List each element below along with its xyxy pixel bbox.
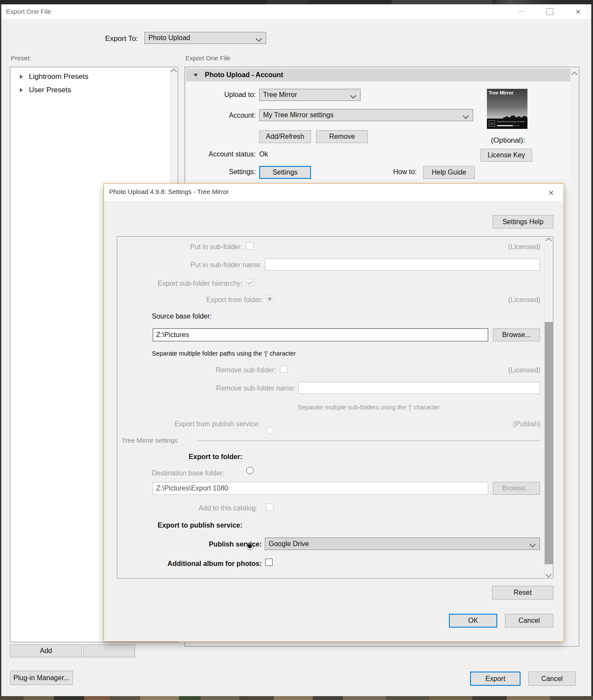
- lightroom-logo: Lr: [489, 120, 495, 127]
- upload-to-label: Upload to:: [202, 91, 256, 99]
- group-label-tree-mirror-settings: Tree Mirror settings: [122, 437, 177, 444]
- export-button[interactable]: Export: [470, 672, 521, 686]
- remove-button[interactable]: Remove: [316, 130, 368, 143]
- scroll-up-arrow[interactable]: [170, 68, 177, 75]
- export-to-folder-label: Export to folder:: [117, 453, 242, 461]
- export-from-folder-label: Export from folder:: [117, 296, 263, 304]
- settings-scroll-area: Put in sub-folder: (Licensed) Put in sub…: [117, 236, 553, 578]
- remove-subfolder-name-input[interactable]: [298, 382, 540, 394]
- add-to-catalog-checkbox[interactable]: [266, 503, 273, 511]
- expander-arrow-icon[interactable]: [20, 75, 23, 79]
- chevron-down-icon: [463, 113, 469, 119]
- maximize-button[interactable]: [540, 4, 559, 19]
- preset-item-label: User Presets: [29, 86, 71, 94]
- preset-item-user-presets[interactable]: User Presets: [10, 83, 178, 97]
- additional-album-label: Additional album for photos:: [117, 560, 262, 568]
- source-base-folder-input[interactable]: [153, 328, 488, 341]
- remove-subfolder-label: Remove sub-folder:: [117, 366, 276, 374]
- preset-item-lightroom-presets[interactable]: Lightroom Presets: [10, 70, 178, 83]
- upload-to-dropdown[interactable]: Tree Mirror: [259, 89, 361, 101]
- account-dropdown[interactable]: My Tree Mirror settings: [259, 109, 473, 121]
- export-to-value: Photo Upload: [148, 34, 190, 42]
- publish-service-value: Google Drive: [269, 540, 309, 548]
- thumbnail-caption: Exporting 44 photos to mirror: [497, 120, 526, 123]
- remove-preset-button-partial[interactable]: [83, 644, 135, 657]
- settings-label: Settings:: [202, 168, 256, 176]
- scroll-up-arrow[interactable]: [571, 71, 578, 78]
- licensed-tag: (Licensed): [454, 296, 540, 304]
- dialog-close-button[interactable]: ×: [545, 187, 558, 198]
- plugin-settings-dialog: Photo Upload 4.9.8: Settings - Tree Mirr…: [104, 183, 564, 642]
- window-title: Export One File: [6, 8, 51, 15]
- destination-base-folder-input[interactable]: [153, 482, 488, 495]
- put-in-subfolder-name-label: Put in sub-folder name:: [117, 261, 262, 269]
- add-preset-button[interactable]: Add: [10, 644, 82, 657]
- put-in-subfolder-name-input[interactable]: [265, 259, 540, 271]
- add-to-catalog-label: Add to this catalog:: [117, 504, 257, 512]
- remove-subfolder-checkbox[interactable]: [280, 366, 287, 373]
- thumbnail-caption-bar: Lr Exporting 44 photos to mirror: [487, 119, 527, 129]
- export-to-dropdown[interactable]: Photo Upload: [144, 32, 266, 44]
- export-from-publish-radio[interactable]: [266, 427, 273, 434]
- put-in-subfolder-checkbox[interactable]: [246, 242, 254, 250]
- licensed-tag: (Licensed): [454, 366, 540, 374]
- screenshot-canvas: Export One File × Export To: Photo Uploa…: [0, 0, 593, 700]
- settings-button[interactable]: Settings: [259, 166, 311, 179]
- optional-label: (Optional):: [488, 136, 528, 145]
- export-to-folder-radio[interactable]: [246, 467, 254, 474]
- tree-silhouette-image: [503, 113, 527, 119]
- minimize-icon: [517, 11, 524, 12]
- close-button[interactable]: ×: [568, 4, 588, 19]
- export-to-label: Export To:: [52, 34, 138, 43]
- section-header-photo-upload-account[interactable]: Photo Upload - Account: [186, 69, 571, 81]
- scroll-up-arrow[interactable]: [545, 237, 552, 244]
- add-refresh-button[interactable]: Add/Refresh: [259, 130, 311, 143]
- how-to-label: How to:: [358, 168, 417, 176]
- export-from-publish-label: Export from publish service:: [117, 420, 260, 428]
- publish-service-label: Publish service:: [117, 541, 262, 548]
- dialog-title: Photo Upload 4.9.8: Settings - Tree Mirr…: [109, 188, 229, 195]
- source-folder-hint: Separate multiple folder paths using the…: [152, 350, 296, 357]
- help-guide-button[interactable]: Help Guide: [423, 166, 475, 179]
- chevron-down-icon: [256, 36, 262, 42]
- chevron-down-icon: [350, 93, 356, 99]
- close-icon: ×: [575, 7, 580, 16]
- account-value: My Tree Mirror settings: [263, 111, 334, 119]
- source-browse-button[interactable]: Browse...: [493, 328, 540, 341]
- license-key-button[interactable]: License Key: [480, 149, 532, 162]
- destination-browse-button[interactable]: Browse...: [493, 482, 540, 495]
- publish-tag: (Publish): [454, 420, 540, 428]
- export-subfolder-hierarchy-label: Export sub-folder hierarchy:: [117, 280, 242, 288]
- scrollbar-thumb[interactable]: [545, 322, 553, 564]
- licensed-tag: (Licensed): [454, 243, 540, 251]
- publish-service-dropdown[interactable]: Google Drive: [265, 538, 540, 550]
- ok-button[interactable]: OK: [449, 614, 497, 628]
- reset-button[interactable]: Reset: [492, 586, 553, 600]
- dialog-cancel-button[interactable]: Cancel: [505, 614, 553, 628]
- remove-subfolder-name-label: Remove sub-folder name:: [117, 384, 295, 392]
- plugin-manager-button[interactable]: Plug-in Manager...: [10, 671, 73, 685]
- app-behind-right-strip: [591, 4, 593, 696]
- account-status-label: Account status:: [185, 150, 256, 158]
- section-header-label: Photo Upload - Account: [205, 71, 283, 79]
- cancel-button[interactable]: Cancel: [528, 672, 576, 686]
- export-subfolder-hierarchy-checkbox[interactable]: [246, 279, 254, 286]
- collapse-arrow-icon[interactable]: [194, 74, 198, 77]
- panel-scrollbar[interactable]: [571, 68, 578, 645]
- filmstrip-behind: [0, 696, 593, 700]
- chevron-down-icon: [530, 541, 536, 547]
- preset-item-label: Lightroom Presets: [29, 72, 88, 81]
- expander-arrow-icon[interactable]: [20, 88, 23, 92]
- remove-subfolder-hint: Separate multiple sub-folders using the …: [298, 404, 440, 411]
- export-from-folder-radio[interactable]: [266, 295, 273, 303]
- dialog-scrollbar[interactable]: [544, 237, 553, 578]
- upload-to-value: Tree Mirror: [263, 91, 297, 99]
- minimize-button[interactable]: [511, 4, 530, 19]
- account-label: Account:: [202, 112, 256, 119]
- plugin-thumbnail: Tree Mirror Lr Exporting 44 photos to mi…: [487, 89, 527, 129]
- checkmark-icon: [247, 279, 253, 285]
- additional-album-checkbox[interactable]: [265, 559, 273, 566]
- settings-help-button[interactable]: Settings Help: [493, 215, 553, 228]
- right-panel-title: Export One File: [185, 54, 230, 62]
- scroll-down-arrow[interactable]: [545, 571, 552, 578]
